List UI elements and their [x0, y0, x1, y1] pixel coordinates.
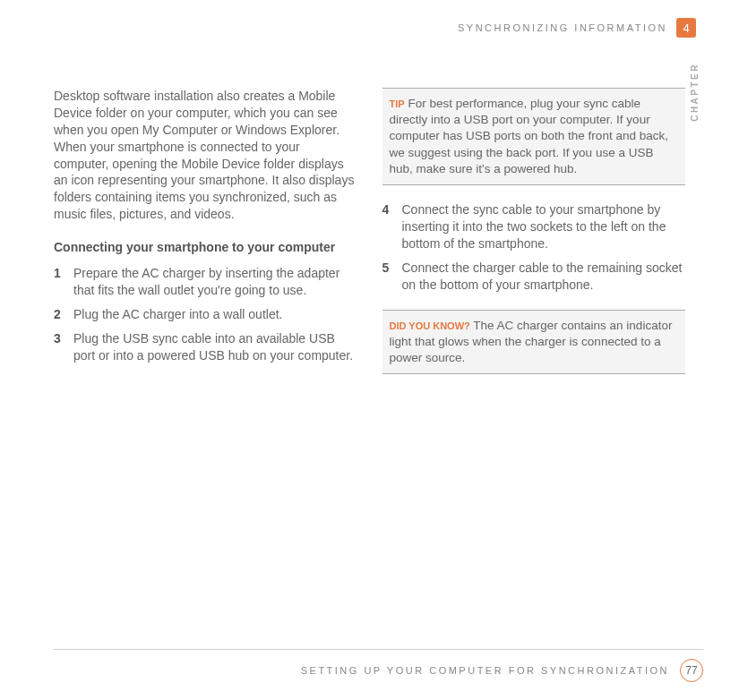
chapter-side-label: CHAPTER [690, 63, 700, 122]
step-text: Connect the sync cable to your smartphon… [402, 201, 686, 252]
step-text: Plug the USB sync cable into an availabl… [73, 330, 357, 364]
right-column: TIP For best performance, plug your sync… [382, 88, 686, 390]
left-column: Desktop software installation also creat… [54, 88, 357, 390]
step-item: 3 Plug the USB sync cable into an availa… [54, 330, 357, 364]
step-item: 4 Connect the sync cable to your smartph… [382, 201, 686, 252]
step-item: 2 Plug the AC charger into a wall outlet… [54, 306, 357, 323]
tip-text: For best performance, plug your sync cab… [390, 97, 668, 175]
dyk-label: DID YOU KNOW? [390, 320, 470, 331]
step-text: Connect the charger cable to the remaini… [402, 260, 686, 294]
tip-label: TIP [390, 98, 405, 109]
did-you-know-box: DID YOU KNOW? The AC charger contains an… [382, 310, 686, 375]
step-number: 5 [382, 260, 402, 294]
page-footer: SETTING UP YOUR COMPUTER FOR SYNCHRONIZA… [54, 649, 703, 682]
footer-title: SETTING UP YOUR COMPUTER FOR SYNCHRONIZA… [301, 665, 669, 676]
step-text: Prepare the AC charger by inserting the … [73, 265, 357, 299]
section-title: SYNCHRONIZING INFORMATION [458, 22, 667, 33]
step-item: 1 Prepare the AC charger by inserting th… [54, 265, 357, 299]
chapter-number-badge: 4 [676, 18, 696, 38]
tip-box: TIP For best performance, plug your sync… [382, 88, 686, 185]
intro-paragraph: Desktop software installation also creat… [54, 88, 357, 223]
page-number: 77 [680, 659, 703, 682]
page-header: SYNCHRONIZING INFORMATION 4 [458, 18, 696, 38]
step-text: Plug the AC charger into a wall outlet. [73, 306, 357, 323]
step-item: 5 Connect the charger cable to the remai… [382, 260, 686, 294]
step-number: 1 [54, 265, 73, 299]
subheading: Connecting your smartphone to your compu… [54, 239, 357, 256]
step-number: 4 [382, 201, 402, 252]
main-content: Desktop software installation also creat… [54, 88, 685, 390]
step-number: 2 [54, 306, 73, 323]
step-number: 3 [54, 330, 73, 364]
